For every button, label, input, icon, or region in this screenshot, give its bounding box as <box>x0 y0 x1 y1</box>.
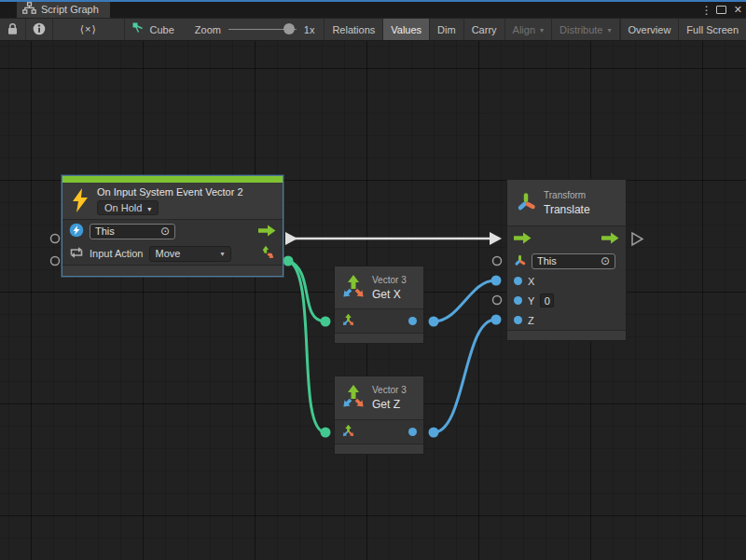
input-action-label: Input Action <box>90 248 144 259</box>
getx-node-category: Vector 3 <box>372 275 407 285</box>
info-button[interactable] <box>26 19 53 40</box>
translate-node-title: Translate <box>544 203 590 216</box>
translate-target-field[interactable]: This ⊙ <box>532 253 615 269</box>
getx-node-footer <box>335 333 423 343</box>
transform-mini-icon <box>514 254 526 268</box>
vector2-output-dot[interactable] <box>283 256 294 266</box>
vector2-output-icon <box>261 245 276 262</box>
zoom-label: Zoom <box>195 24 221 35</box>
graph-asset-icon <box>132 22 145 36</box>
maximize-icon[interactable] <box>716 6 726 14</box>
lock-button[interactable] <box>0 19 26 40</box>
x-port-dot[interactable] <box>514 277 522 285</box>
relations-label: Relations <box>332 24 375 35</box>
getx-node-header[interactable]: Vector 3 Get X <box>335 266 423 309</box>
getx-input-dot[interactable] <box>321 317 331 327</box>
translate-y-port[interactable] <box>493 296 502 305</box>
vector2-wire-to-getx <box>288 261 325 321</box>
dim-label: Dim <box>437 24 456 35</box>
getx-body-row <box>335 309 423 333</box>
vector2-wire-to-getz <box>288 261 325 432</box>
translate-z-row: Z <box>507 310 626 330</box>
y-value-input[interactable]: 0 <box>540 294 554 307</box>
values-label: Values <box>391 24 421 35</box>
event-node-header[interactable]: On Input System Event Vector 2 On Hold ▾ <box>62 183 283 220</box>
event-target-row: This ⊙ <box>62 220 283 242</box>
translate-z-port-dot[interactable] <box>491 315 502 325</box>
carry-button[interactable]: Carry <box>464 19 505 40</box>
translate-target-port[interactable] <box>493 257 502 266</box>
translate-x-row: X <box>507 271 626 291</box>
translate-flow-out-port[interactable] <box>632 233 642 245</box>
translate-node-header[interactable]: Transform Translate <box>507 180 626 226</box>
overview-label: Overview <box>629 24 671 35</box>
node-transform-translate[interactable]: Transform Translate Thi <box>506 179 627 341</box>
relations-button[interactable]: Relations <box>325 19 383 40</box>
vector3-mini-icon <box>341 424 355 440</box>
code-icon: ⟨×⟩ <box>80 23 97 35</box>
tab-script-graph[interactable]: Script Graph <box>17 2 110 18</box>
align-button[interactable]: Align ▾ <box>505 19 552 40</box>
event-mode-value: On Hold <box>104 202 142 213</box>
distribute-button[interactable]: Distribute ▾ <box>552 19 619 40</box>
kebab-menu-icon[interactable]: ⋮ <box>701 4 709 17</box>
z-port-dot[interactable] <box>514 316 522 324</box>
event-target-value: This <box>95 225 115 237</box>
node-on-input-system-event[interactable]: On Input System Event Vector 2 On Hold ▾… <box>62 175 283 277</box>
chevron-down-icon: ▾ <box>220 250 224 258</box>
flow-in-arrow-icon <box>514 232 532 246</box>
vector3-icon <box>340 274 366 302</box>
translate-target-row: This ⊙ <box>507 251 626 271</box>
event-mode-dropdown[interactable]: On Hold ▾ <box>97 200 159 215</box>
zoom-slider-knob[interactable] <box>283 23 295 34</box>
distribute-label: Distribute <box>560 24 602 35</box>
values-button[interactable]: Values <box>383 19 430 40</box>
event-target-port[interactable] <box>51 235 60 243</box>
event-node-footer <box>62 265 283 276</box>
translate-y-row: Y 0 <box>507 291 626 310</box>
graph-canvas[interactable]: On Input System Event Vector 2 On Hold ▾… <box>0 41 746 560</box>
align-label: Align <box>513 24 535 35</box>
flow-out-arrow-icon <box>601 232 619 246</box>
getx-output-dot[interactable] <box>429 317 439 327</box>
transform-icon <box>516 192 536 214</box>
graph-toolbar: ⟨×⟩ Cube Zoom 1x Relations Values Dim Ca… <box>0 18 746 41</box>
event-node-title: On Input System Event Vector 2 <box>97 186 243 198</box>
getz-output-dot[interactable] <box>429 428 439 438</box>
window-controls: ⋮ ✕ <box>701 2 742 18</box>
overview-button[interactable]: Overview <box>621 19 680 40</box>
node-vector3-get-z[interactable]: Vector 3 Get Z <box>334 376 424 455</box>
flow-out-arrow-icon <box>258 225 276 239</box>
translate-node-footer <box>507 330 626 340</box>
translate-node-category: Transform <box>544 190 590 200</box>
getx-node-title: Get X <box>372 288 407 301</box>
getz-result-port-dot[interactable] <box>408 428 417 436</box>
x-port-label: X <box>528 276 534 287</box>
object-picker-icon[interactable]: ⊙ <box>601 255 610 266</box>
getz-node-header[interactable]: Vector 3 Get Z <box>335 376 423 420</box>
script-graph-window: Script Graph ⋮ ✕ ⟨×⟩ Cube Z <box>0 0 746 560</box>
translate-x-port-dot[interactable] <box>491 276 502 286</box>
zoom-slider-track[interactable] <box>228 29 297 30</box>
info-icon <box>33 22 46 37</box>
tab-strip: Script Graph ⋮ ✕ <box>0 2 746 18</box>
input-action-dropdown[interactable]: Move ▾ <box>149 246 231 262</box>
float-wire-getz-to-z <box>434 320 495 432</box>
chevron-down-icon: ▾ <box>540 26 544 34</box>
getz-node-title: Get Z <box>372 398 407 411</box>
event-target-field[interactable]: This ⊙ <box>90 224 175 239</box>
node-vector3-get-x[interactable]: Vector 3 Get X <box>334 266 424 344</box>
zoom-value: 1x <box>304 24 315 35</box>
y-port-dot[interactable] <box>514 296 522 305</box>
graph-reference[interactable]: Cube <box>125 19 182 40</box>
vector3-mini-icon <box>341 313 355 329</box>
dim-button[interactable]: Dim <box>430 19 464 40</box>
object-picker-icon[interactable]: ⊙ <box>160 225 170 237</box>
code-preview-button[interactable]: ⟨×⟩ <box>53 19 125 40</box>
getz-input-dot[interactable] <box>321 428 331 438</box>
close-icon[interactable]: ✕ <box>734 4 742 16</box>
getx-result-port-dot[interactable] <box>408 317 417 325</box>
event-action-port[interactable] <box>51 257 60 266</box>
getz-body-row <box>335 420 423 444</box>
full-screen-button[interactable]: Full Screen <box>679 19 746 40</box>
